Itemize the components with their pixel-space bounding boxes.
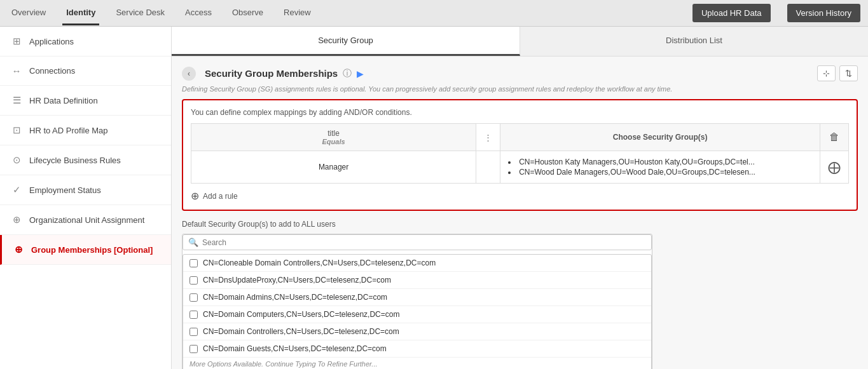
sidebar-label-connections: Connections (29, 66, 75, 76)
sidebar-item-group-memberships[interactable]: ⊕ Group Memberships [Optional] (0, 235, 171, 265)
group-cell: CN=Houston Katy Managers,OU=Houston Katy… (500, 151, 820, 184)
nav-identity[interactable]: Identity (62, 1, 99, 25)
add-group-button[interactable]: ⨁ (828, 159, 841, 175)
list-item: CN=Domain Guests,CN=Users,DC=telesenz,DC… (183, 340, 651, 358)
sidebar: ⊞ Applications ↔ Connections ☰ HR Data D… (0, 27, 172, 369)
checkbox-4[interactable] (189, 328, 198, 336)
nav-service-desk[interactable]: Service Desk (112, 1, 169, 25)
sidebar-label-employment-status: Employment Status (29, 185, 101, 195)
tab-distribution-list[interactable]: Distribution List (520, 27, 868, 56)
sort-icon-button[interactable]: ⇅ (839, 65, 858, 81)
table-row: Manager CN=Houston Katy Managers,OU=Hous… (191, 151, 849, 184)
sidebar-item-lifecycle-business-rules[interactable]: ⊙ Lifecycle Business Rules (0, 145, 171, 175)
lifecycle-icon: ⊙ (10, 154, 23, 166)
condition-cell: Manager (191, 151, 476, 184)
list-item: CN=Domain Admins,CN=Users,DC=telesenz,DC… (183, 289, 651, 306)
group-memberships-icon: ⊕ (12, 244, 25, 255)
nav-observe[interactable]: Observe (228, 1, 267, 25)
add-group-cell: ⨁ (820, 151, 849, 184)
condition-header: title Equals (191, 124, 476, 151)
add-rule-icon: ⊕ (191, 190, 199, 202)
sidebar-item-connections[interactable]: ↔ Connections (0, 57, 171, 86)
list-item: CN=Cloneable Domain Controllers,CN=Users… (183, 255, 651, 272)
rule-table: title Equals ⋮ Choose Security Group(s) … (191, 123, 849, 184)
checkbox-label-3: CN=Domain Computers,CN=Users,DC=telesenz… (203, 310, 399, 319)
sidebar-item-employment-status[interactable]: ✓ Employment Status (0, 175, 171, 205)
sidebar-item-applications[interactable]: ⊞ Applications (0, 27, 171, 57)
checkbox-2[interactable] (189, 293, 198, 302)
section-title: Security Group Memberships (205, 68, 338, 79)
nav-review[interactable]: Review (280, 1, 315, 25)
sidebar-label-hr-to-ad: HR to AD Profile Map (29, 126, 108, 135)
list-item: CN=Domain Controllers,CN=Users,DC=telese… (183, 323, 651, 340)
checkbox-label-1: CN=DnsUpdateProxy,CN=Users,DC=telesenz,D… (203, 276, 391, 285)
section-description: Defining Security Group (SG) assignments… (182, 85, 858, 93)
play-icon[interactable]: ▶ (357, 69, 364, 79)
upload-hr-data-button[interactable]: Upload HR Data (692, 4, 771, 22)
sidebar-label-group-memberships: Group Memberships [Optional] (31, 245, 153, 255)
sidebar-label-org-unit: Organizational Unit Assignment (29, 215, 144, 225)
tabs: Security Group Distribution List (172, 27, 868, 57)
group-header: Choose Security Group(s) (500, 124, 820, 151)
sidebar-label-lifecycle: Lifecycle Business Rules (29, 156, 121, 165)
section-header: ‹ Security Group Memberships ⓘ ▶ ⊹ ⇅ (182, 65, 858, 81)
version-history-button[interactable]: Version History (787, 4, 860, 22)
dots-cell: ⋮ (476, 124, 500, 151)
checkbox-label-4: CN=Domain Controllers,CN=Users,DC=telese… (203, 327, 399, 336)
ai-icon-button[interactable]: ⊹ (817, 65, 836, 81)
sidebar-label-hr-data-definition: HR Data Definition (29, 96, 98, 105)
nav-overview[interactable]: Overview (8, 1, 50, 25)
search-box: 🔍 (183, 234, 652, 250)
employment-status-icon: ✓ (10, 184, 23, 196)
hr-to-ad-icon: ⊡ (10, 124, 23, 136)
add-rule-label: Add a rule (203, 192, 238, 201)
separator-cell (476, 151, 500, 184)
search-input[interactable] (202, 238, 646, 247)
more-options-text: More Options Available. Continue Typing … (183, 358, 651, 369)
collapse-button[interactable]: ‹ (182, 67, 196, 81)
applications-icon: ⊞ (10, 36, 23, 47)
list-item: CN=DnsUpdateProxy,CN=Users,DC=telesenz,D… (183, 272, 651, 289)
search-icon: 🔍 (188, 238, 198, 247)
nav-access[interactable]: Access (181, 1, 216, 25)
checkbox-label-0: CN=Cloneable Domain Controllers,CN=Users… (203, 258, 436, 267)
list-item: CN=Domain Computers,CN=Users,DC=telesenz… (183, 306, 651, 323)
sidebar-label-applications: Applications (29, 37, 74, 46)
checkbox-5[interactable] (189, 345, 198, 353)
checkbox-1[interactable] (189, 276, 198, 285)
sidebar-item-hr-data-definition[interactable]: ☰ HR Data Definition (0, 86, 171, 116)
checkbox-list: CN=Cloneable Domain Controllers,CN=Users… (183, 254, 652, 369)
rule-box: You can define complex mappings by addin… (182, 99, 858, 211)
main-content: Security Group Distribution List ‹ Secur… (172, 27, 868, 369)
checkbox-3[interactable] (189, 311, 198, 319)
rule-box-hint: You can define complex mappings by addin… (191, 108, 849, 117)
default-section-title: Default Security Group(s) to add to ALL … (182, 220, 858, 229)
connections-icon: ↔ (10, 65, 23, 76)
add-rule-row[interactable]: ⊕ Add a rule (191, 190, 849, 202)
help-icon[interactable]: ⓘ (343, 68, 352, 79)
group-item: CN=Houston Katy Managers,OU=Houston Katy… (508, 158, 812, 166)
sidebar-item-org-unit-assignment[interactable]: ⊕ Organizational Unit Assignment (0, 205, 171, 235)
hr-data-definition-icon: ☰ (10, 95, 23, 106)
group-item: CN=Wood Dale Managers,OU=Wood Dale,OU=Gr… (508, 168, 812, 177)
delete-header: 🗑 (820, 124, 849, 151)
checkbox-0[interactable] (189, 259, 198, 267)
top-nav: Overview Identity Service Desk Access Ob… (0, 0, 868, 27)
checkbox-label-5: CN=Domain Guests,CN=Users,DC=telesenz,DC… (203, 344, 387, 353)
org-unit-icon: ⊕ (10, 214, 23, 225)
checkbox-label-2: CN=Domain Admins,CN=Users,DC=telesenz,DC… (203, 293, 387, 302)
tab-security-group[interactable]: Security Group (172, 27, 520, 56)
sidebar-item-hr-to-ad-profile-map[interactable]: ⊡ HR to AD Profile Map (0, 116, 171, 145)
delete-row-button[interactable]: 🗑 (829, 131, 839, 143)
